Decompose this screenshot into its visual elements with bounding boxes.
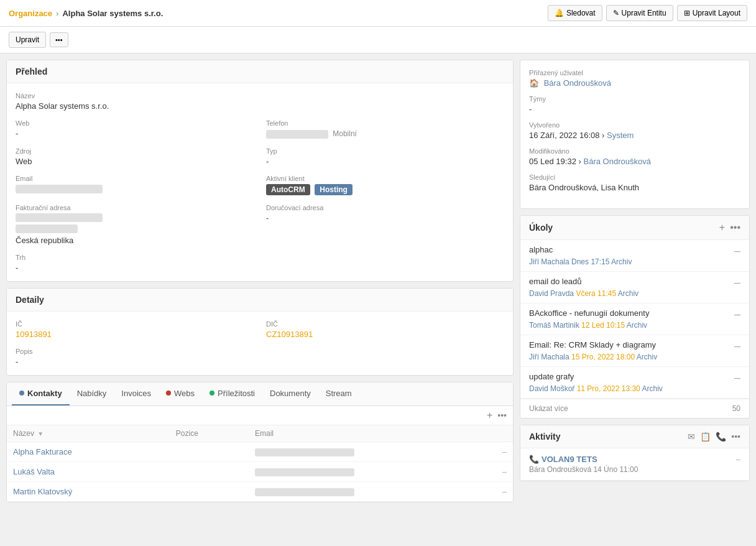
assigned-label: Přiřazený uživatel	[529, 69, 740, 76]
show-more-label: Ukázat více	[529, 404, 568, 413]
badge-autocrm: AutoCRM	[266, 184, 310, 195]
task-title-link[interactable]: alphac	[529, 245, 553, 254]
task-title-link[interactable]: Email: Re: CRM Sklady + diagramy	[529, 340, 656, 349]
assigned-link[interactable]: Bára Ondroušková	[544, 78, 611, 88]
tab-stream[interactable]: Stream	[318, 382, 359, 405]
tab-kontakty[interactable]: Kontakty	[12, 382, 70, 405]
col-email[interactable]: Email	[249, 425, 513, 442]
field-zdroj: Zdroj Web	[16, 147, 254, 166]
field-popis: Popis -	[16, 348, 504, 366]
tab-dokumenty[interactable]: Dokumenty	[262, 382, 318, 405]
task-item: Email: Re: CRM Sklady + diagramy–Jiří Ma…	[520, 335, 749, 367]
activity-item: 📞VOLAN9 TETS–Bára Ondroušková 14 Úno 11:…	[520, 448, 749, 481]
modifikovano-label: Modifikováno	[529, 147, 740, 155]
task-title-row: BAckoffice - nefunugií dokumenty–	[529, 308, 740, 320]
task-item: BAckoffice - nefunugií dokumenty–Tomáš M…	[520, 303, 749, 335]
show-more-count: 50	[732, 404, 740, 413]
contact-name-link[interactable]: Lukáš Valta	[13, 467, 55, 476]
task-title-link[interactable]: email do leadů	[529, 277, 582, 286]
email-label: Email	[16, 175, 254, 182]
vytvoreno-date: 16 Září, 2022 16:08	[529, 131, 599, 140]
sledujici-label: Sledující	[529, 174, 740, 181]
task-dash-button[interactable]: –	[734, 340, 740, 351]
tab-webs[interactable]: Webs	[159, 382, 202, 405]
activities-list: 📞VOLAN9 TETS–Bára Ondroušková 14 Úno 11:…	[520, 448, 749, 481]
field-ic: IČ 10913891	[16, 320, 254, 339]
add-contact-button[interactable]: +	[487, 410, 492, 421]
contacts-more-button[interactable]: •••	[497, 410, 507, 421]
task-dash-button[interactable]: –	[734, 277, 740, 288]
activities-more-button[interactable]: •••	[731, 432, 740, 442]
tab-prilezitosti[interactable]: Příležitosti	[202, 382, 262, 405]
more-button[interactable]: •••	[50, 32, 68, 47]
breadcrumb-org-link[interactable]: Organizace	[9, 9, 52, 18]
field-aktivni-klient: Aktivní klient AutoCRM Hosting	[266, 175, 504, 195]
contact-name-link[interactable]: Martin Klatovský	[13, 487, 72, 496]
task-time: 11 Pro, 2022 13:30	[577, 384, 642, 393]
show-more-button[interactable]: Ukázat více 50	[520, 399, 749, 418]
edit-button[interactable]: Upravit	[9, 32, 46, 48]
nazev-label: Název	[16, 92, 504, 99]
tasks-panel: Úkoly + ••• alphac–Jiří Machala Dnes 17:…	[520, 215, 750, 419]
task-meta: Jiří Machala Dnes 17:15 Archiv	[529, 257, 740, 266]
contact-email-cell: –	[249, 442, 513, 461]
activity-title-row: 📞VOLAN9 TETS–	[529, 455, 740, 464]
col-pozice[interactable]: Pozice	[170, 425, 249, 442]
typ-label: Typ	[266, 147, 504, 155]
task-icon[interactable]: 📋	[700, 432, 711, 442]
follow-button[interactable]: 🔔 Sledovat	[548, 5, 602, 21]
dorucovaci-label: Doručovací adresa	[266, 204, 504, 211]
tab-invoices[interactable]: Invoices	[114, 382, 159, 405]
zdroj-value: Web	[16, 157, 254, 166]
task-archive-link[interactable]: Archiv	[642, 384, 662, 393]
call-icon[interactable]: 📞	[716, 432, 726, 442]
contact-name-link[interactable]: Alpha Fakturace	[13, 447, 72, 456]
popis-label: Popis	[16, 348, 504, 355]
dot-webs	[166, 391, 171, 396]
task-archive-link[interactable]: Archiv	[618, 289, 638, 298]
table-row: Lukáš Valta–	[7, 461, 513, 481]
contacts-table: Název ▼ Pozice Email Alpha Fakturace–Luk…	[7, 425, 513, 502]
col-nazev[interactable]: Název ▼	[7, 425, 170, 442]
task-dash-button[interactable]: –	[734, 245, 740, 256]
email-icon[interactable]: ✉	[688, 432, 695, 442]
modifikovano-by-link[interactable]: Bára Ondroušková	[583, 157, 650, 166]
activity-title-link[interactable]: VOLAN9 TETS	[542, 455, 597, 464]
tasks-add-button[interactable]: +	[719, 222, 725, 233]
activities-panel: Aktivity ✉ 📋 📞 ••• 📞VOLAN9 TETS–Bára Ond…	[520, 425, 750, 481]
task-title-link[interactable]: BAckoffice - nefunugií dokumenty	[529, 308, 649, 318]
field-email: Email	[16, 175, 254, 195]
row-menu-button[interactable]: –	[502, 467, 507, 476]
edit-layout-button[interactable]: ⊞ Upravit Layout	[677, 5, 747, 21]
task-title-link[interactable]: update grafy	[529, 372, 574, 381]
task-meta: Tomáš Martinik 12 Led 10:15 Archiv	[529, 321, 740, 330]
vytvoreno-sep: ›	[602, 131, 607, 140]
task-archive-link[interactable]: Archiv	[637, 353, 657, 361]
details-body: IČ 10913891 DIČ CZ10913891 Popis -	[7, 312, 513, 375]
tab-nabidky[interactable]: Nabídky	[70, 382, 114, 405]
dic-value: CZ10913891	[266, 330, 504, 339]
row-menu-button[interactable]: –	[502, 447, 507, 456]
task-time: 12 Led 10:15	[581, 321, 627, 330]
dorucovaci-value: -	[266, 213, 504, 223]
field-web: Web -	[16, 119, 254, 139]
vytvoreno-by-link[interactable]: System	[607, 131, 634, 140]
edit-entity-button[interactable]: ✎ Upravit Entitu	[606, 5, 673, 21]
sledujici-row: Sledující Bára Ondroušková, Lisa Knuth	[529, 174, 740, 192]
task-dash-button[interactable]: –	[734, 308, 740, 320]
task-item: alphac–Jiří Machala Dnes 17:15 Archiv	[520, 240, 749, 272]
tasks-more-button[interactable]: •••	[730, 222, 740, 233]
task-archive-link[interactable]: Archiv	[611, 257, 632, 266]
tasks-header-actions: + •••	[719, 222, 740, 233]
task-dash-button[interactable]: –	[734, 372, 740, 383]
modifikovano-date: 05 Led 19:32	[529, 157, 576, 166]
ic-value: 10913891	[16, 330, 254, 339]
task-title-row: Email: Re: CRM Sklady + diagramy–	[529, 340, 740, 351]
modifikovano-value: 05 Led 19:32 › Bára Ondroušková	[529, 157, 740, 166]
aktivni-klient-label: Aktivní klient	[266, 175, 504, 182]
row-menu-button[interactable]: –	[502, 487, 507, 496]
telefon-value: Mobilní	[266, 129, 504, 139]
task-archive-link[interactable]: Archiv	[627, 321, 647, 330]
vytvoreno-label: Vytvořeno	[529, 121, 740, 129]
activity-dash-button[interactable]: –	[736, 455, 740, 464]
